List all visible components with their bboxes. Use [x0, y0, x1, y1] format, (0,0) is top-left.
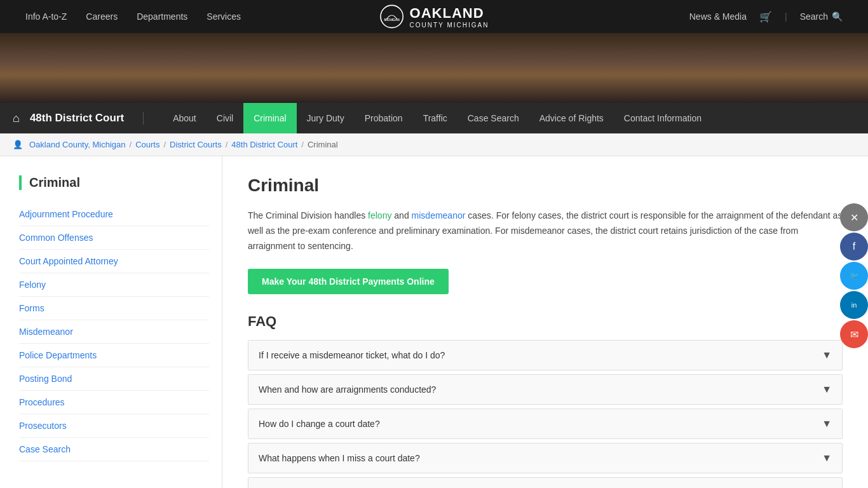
list-item: Felony — [19, 273, 209, 297]
logo-icon: MICHIGAN — [379, 4, 405, 29]
linkedin-icon: in — [851, 301, 857, 309]
list-item: Prosecutors — [19, 414, 209, 438]
nav-about[interactable]: About — [163, 103, 207, 133]
twitter-share-button[interactable]: 🐦 — [840, 262, 868, 290]
list-item: Misdemeanor — [19, 320, 209, 344]
court-nav-links: About Civil Criminal Jury Duty Probation… — [163, 103, 712, 133]
logo-text: OAKLAND — [410, 5, 489, 22]
logo-subtext: COUNTY MICHIGAN — [410, 22, 489, 29]
facebook-share-button[interactable]: f — [840, 233, 868, 261]
person-icon: 👤 — [13, 140, 23, 149]
content-description: The Criminal Division handles felony and… — [248, 208, 843, 254]
breadcrumb-sep-3: / — [226, 140, 228, 149]
svg-point-0 — [381, 5, 403, 27]
nav-info-atoZ[interactable]: Info A-to-Z — [25, 11, 67, 22]
list-item: Police Departments — [19, 344, 209, 367]
list-item: Forms — [19, 297, 209, 320]
nav-services[interactable]: Services — [207, 11, 241, 22]
breadcrumb-current: Criminal — [308, 140, 338, 149]
sidebar-link-posting-bond[interactable]: Posting Bond — [19, 367, 209, 390]
breadcrumb-courts[interactable]: Courts — [135, 140, 159, 149]
breadcrumb-sep-2: / — [163, 140, 166, 149]
list-item: Procedures — [19, 391, 209, 414]
felony-link[interactable]: felony — [368, 210, 391, 220]
hero-banner — [0, 33, 868, 103]
sidebar-link-common-offenses[interactable]: Common Offenses — [19, 226, 209, 249]
nav-jury-duty[interactable]: Jury Duty — [297, 103, 355, 133]
sidebar-link-adjournment[interactable]: Adjournment Procedure — [19, 203, 209, 226]
breadcrumb-oakland[interactable]: Oakland County, Michigan — [29, 140, 126, 149]
main-container: Criminal Adjournment Procedure Common Of… — [0, 156, 868, 488]
chevron-down-icon-2: ▼ — [822, 384, 832, 395]
faq-title: FAQ — [248, 313, 843, 330]
faq-question-4: What happens when I miss a court date? — [259, 453, 420, 463]
chevron-down-icon-3: ▼ — [822, 418, 832, 430]
list-item: Court Appointed Attorney — [19, 250, 209, 273]
secondary-nav: ⌂ 48th District Court About Civil Crimin… — [0, 103, 868, 133]
breadcrumb-48th[interactable]: 48th District Court — [231, 140, 297, 149]
logo-container: MICHIGAN OAKLAND COUNTY MICHIGAN — [379, 4, 489, 29]
nav-careers[interactable]: Careers — [86, 11, 118, 22]
nav-news-media[interactable]: News & Media — [689, 11, 747, 22]
search-btn[interactable]: Search 🔍 — [800, 11, 843, 22]
faq-item-header-3[interactable]: How do I change a court date? ▼ — [248, 409, 842, 438]
sidebar: Criminal Adjournment Procedure Common Of… — [0, 156, 222, 488]
sidebar-link-prosecutors[interactable]: Prosecutors — [19, 414, 209, 437]
payment-button[interactable]: Make Your 48th District Payments Online — [248, 269, 449, 294]
list-item: Common Offenses — [19, 226, 209, 250]
breadcrumb-sep-4: / — [301, 140, 304, 149]
social-sidebar: ✕ f 🐦 in ✉ — [840, 203, 868, 348]
sidebar-title: Criminal — [19, 175, 209, 190]
hero-background — [0, 33, 868, 103]
nav-criminal[interactable]: Criminal — [243, 103, 296, 133]
faq-item-3: How do I change a court date? ▼ — [248, 409, 843, 439]
sidebar-link-police-dept[interactable]: Police Departments — [19, 344, 209, 367]
nav-traffic[interactable]: Traffic — [413, 103, 458, 133]
content-area: Criminal The Criminal Division handles f… — [222, 156, 868, 488]
email-share-button[interactable]: ✉ — [840, 320, 868, 348]
faq-item-header-1[interactable]: If I receive a misdemeanor ticket, what … — [248, 341, 842, 370]
faq-item-header-4[interactable]: What happens when I miss a court date? ▼ — [248, 444, 842, 473]
nav-departments[interactable]: Departments — [137, 11, 187, 22]
court-title: 48th District Court — [30, 112, 144, 125]
facebook-icon: f — [853, 241, 855, 252]
list-item: Posting Bond — [19, 367, 209, 391]
sidebar-link-forms[interactable]: Forms — [19, 297, 209, 320]
cart-icon[interactable]: 🛒 — [759, 11, 772, 23]
breadcrumb-district-courts[interactable]: District Courts — [170, 140, 222, 149]
nav-case-search[interactable]: Case Search — [458, 103, 529, 133]
chevron-down-icon-1: ▼ — [822, 349, 832, 361]
faq-item-header-2[interactable]: When and how are arraignments conducted?… — [248, 375, 842, 404]
sidebar-link-procedures[interactable]: Procedures — [19, 391, 209, 414]
social-close-button[interactable]: ✕ — [840, 203, 868, 231]
faq-item-2: When and how are arraignments conducted?… — [248, 374, 843, 405]
linkedin-share-button[interactable]: in — [840, 291, 868, 319]
list-item: Case Search — [19, 438, 209, 461]
search-icon[interactable]: 🔍 — [832, 11, 843, 22]
sidebar-link-misdemeanor[interactable]: Misdemeanor — [19, 320, 209, 343]
faq-question-1: If I receive a misdemeanor ticket, what … — [259, 350, 445, 360]
faq-item-1: If I receive a misdemeanor ticket, what … — [248, 340, 843, 370]
top-nav-right: News & Media 🛒 | Search 🔍 — [689, 11, 843, 23]
top-nav-left: Info A-to-Z Careers Departments Services — [25, 11, 241, 22]
breadcrumb-sep-1: / — [130, 140, 132, 149]
faq-item-header-5[interactable]: A family member has been taken into cust… — [248, 478, 842, 488]
home-icon[interactable]: ⌂ — [13, 112, 20, 125]
nav-contact-information[interactable]: Contact Information — [614, 103, 712, 133]
email-icon: ✉ — [850, 329, 858, 341]
nav-civil[interactable]: Civil — [207, 103, 243, 133]
breadcrumb: 👤 Oakland County, Michigan / Courts / Di… — [0, 133, 868, 156]
faq-question-3: How do I change a court date? — [259, 419, 380, 429]
chevron-down-icon-4: ▼ — [822, 452, 832, 464]
sidebar-link-felony[interactable]: Felony — [19, 273, 209, 296]
nav-advice-of-rights[interactable]: Advice of Rights — [529, 103, 614, 133]
nav-probation[interactable]: Probation — [355, 103, 413, 133]
faq-item-4: What happens when I miss a court date? ▼ — [248, 443, 843, 473]
search-label: Search — [800, 11, 828, 22]
misdemeanor-link[interactable]: misdemeanor — [412, 210, 466, 220]
sidebar-link-case-search[interactable]: Case Search — [19, 438, 209, 461]
sidebar-links: Adjournment Procedure Common Offenses Co… — [19, 203, 209, 461]
twitter-icon: 🐦 — [850, 271, 859, 280]
faq-item-5: A family member has been taken into cust… — [248, 477, 843, 488]
sidebar-link-court-appointed[interactable]: Court Appointed Attorney — [19, 250, 209, 273]
